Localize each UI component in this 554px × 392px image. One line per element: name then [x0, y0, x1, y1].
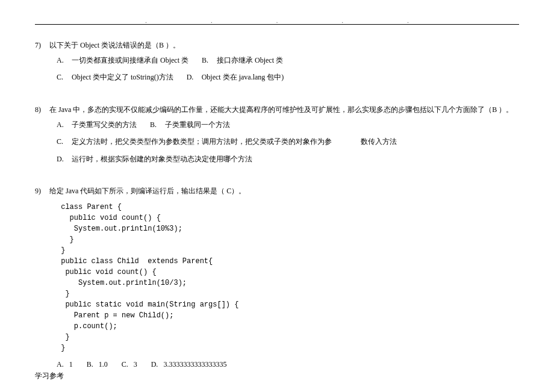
- answer-options: A. 1 B. 1.0 C. 3 D. 3.3333333333333335: [35, 357, 519, 372]
- dot: .: [276, 17, 278, 24]
- question-text: 给定 Java 代码如下所示，则编译运行后，输出结果是（ C）。: [49, 184, 519, 198]
- option-text: 3.3333333333333335: [163, 360, 226, 369]
- dot: .: [211, 17, 213, 24]
- option-label: A.: [57, 117, 70, 132]
- option-text: Object 类在 java.lang 包中): [202, 73, 284, 81]
- option-label: A.: [57, 52, 70, 68]
- question-9: 9) 给定 Java 代码如下所示，则编译运行后，输出结果是（ C）。 clas…: [35, 184, 519, 372]
- option-label: C.: [57, 134, 70, 149]
- option-label: B.: [150, 117, 163, 132]
- option-text: 定义方法时，把父类类型作为参数类型；调用方法时，把父类或子类的对象作为参: [72, 137, 332, 146]
- question-number: 7): [35, 38, 49, 52]
- option-text: 一切类都直接或间接继承自 Object 类: [72, 56, 188, 64]
- question-options: A. 一切类都直接或间接继承自 Object 类 B. 接口亦继承 Object…: [35, 52, 519, 86]
- option-label: A.: [57, 360, 64, 369]
- option-label: C.: [122, 360, 128, 369]
- option-text: 子类重载同一个方法: [165, 120, 230, 129]
- question-text: 以下关于 Object 类说法错误的是（B ）。: [49, 38, 519, 52]
- option-text: 1: [69, 360, 73, 369]
- question-text: 在 Java 中，多态的实现不仅能减少编码的工作量，还能大大提高程序的可维护性及…: [49, 102, 519, 117]
- option-text: 运行时，根据实际创建的对象类型动态决定使用哪个方法: [72, 155, 252, 163]
- question-7: 7) 以下关于 Object 类说法错误的是（B ）。 A. 一切类都直接或间接…: [35, 38, 519, 86]
- header-dots: . . . . .: [35, 17, 519, 24]
- header-rule: . . . . .: [35, 24, 519, 25]
- footer-text: 学习参考: [35, 371, 64, 381]
- option-text: 1.0: [99, 360, 108, 369]
- option-text: 3: [134, 360, 137, 369]
- code-block: class Parent { public void count() { Sys…: [35, 202, 519, 353]
- question-8: 8) 在 Java 中，多态的实现不仅能减少编码的工作量，还能大大提高程序的可维…: [35, 102, 519, 167]
- option-text-trailing: 数传入方法: [361, 137, 397, 146]
- question-options: A. 子类重写父类的方法 B. 子类重载同一个方法 C. 定义方法时，把父类类型…: [35, 117, 519, 167]
- option-label: D.: [187, 69, 200, 85]
- option-text: Object 类中定义了 toString()方法: [72, 73, 173, 81]
- option-text: 接口亦继承 Object 类: [217, 56, 283, 64]
- dot: .: [342, 17, 344, 24]
- option-label: B.: [202, 52, 215, 68]
- option-label: C.: [57, 69, 70, 85]
- option-label: D.: [151, 360, 158, 369]
- option-text: 子类重写父类的方法: [72, 120, 137, 129]
- option-label: B.: [87, 360, 93, 369]
- question-number: 8): [35, 102, 49, 117]
- dot: .: [407, 17, 409, 24]
- option-label: D.: [57, 151, 70, 167]
- dot: .: [145, 17, 147, 24]
- question-number: 9): [35, 184, 49, 198]
